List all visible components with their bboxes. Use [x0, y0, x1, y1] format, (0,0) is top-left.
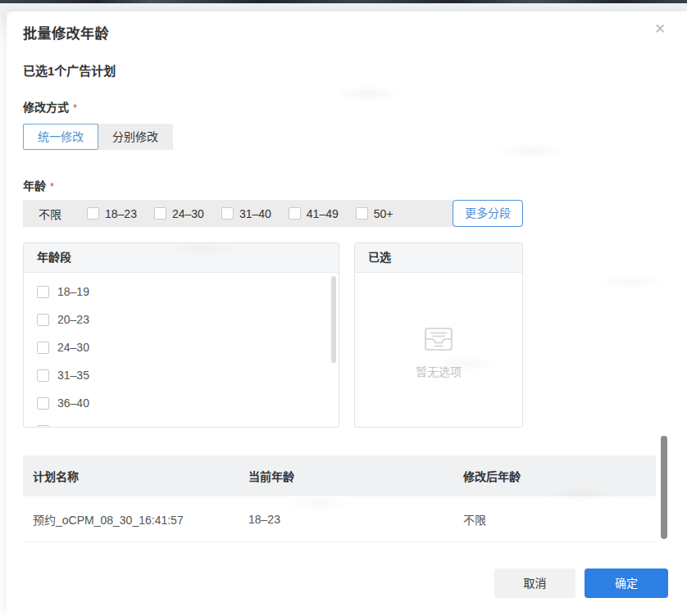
- age-option-31-40[interactable]: 31–40: [221, 207, 271, 220]
- checkbox-icon[interactable]: [37, 425, 49, 428]
- source-panel-list: 18–19 20–23 24–30 31–35 36–40 41–45: [24, 273, 339, 428]
- table-row: 预约_oCPM_08_30_16:41:57 18–23 不限: [23, 496, 656, 542]
- source-panel-header: 年龄段: [24, 243, 339, 273]
- confirm-button[interactable]: 确定: [585, 568, 668, 598]
- age-option-24-30[interactable]: 24–30: [154, 207, 204, 220]
- age-option-label: 24–30: [172, 207, 204, 220]
- source-panel-scrollbar[interactable]: [331, 276, 336, 363]
- age-option-label: 31–40: [239, 207, 271, 220]
- modify-method-segmented-control: 统一修改 分别修改: [23, 124, 173, 150]
- selected-panel-header: 已选: [355, 243, 522, 273]
- modify-method-label: 修改方式*: [23, 98, 77, 115]
- dialog-title: 批量修改年龄: [23, 22, 109, 43]
- column-header-current-age: 当前年龄: [239, 468, 453, 484]
- cell-plan-name: 预约_oCPM_08_30_16:41:57: [23, 511, 239, 528]
- background-page-gap: [0, 3, 687, 11]
- age-option-label: 18–23: [105, 207, 137, 220]
- checkbox-icon[interactable]: [221, 207, 234, 220]
- background-page-corner: [0, 11, 7, 44]
- checkbox-icon[interactable]: [356, 207, 368, 220]
- list-item-label: 20–23: [57, 313, 89, 326]
- selected-segments-panel: 已选 暂无选项: [354, 242, 523, 428]
- cell-new-age: 不限: [453, 511, 656, 528]
- empty-state: 暂无选项: [355, 273, 522, 427]
- dialog-scrollbar[interactable]: [661, 436, 667, 539]
- age-option-label: 41–49: [307, 207, 339, 220]
- batch-modify-age-dialog: 批量修改年龄 ✕ 已选1个广告计划 修改方式* 统一修改 分别修改 年龄* 不限…: [7, 11, 687, 616]
- close-icon[interactable]: ✕: [652, 21, 668, 38]
- checkbox-icon[interactable]: [37, 342, 49, 354]
- empty-inbox-icon: [419, 321, 458, 356]
- list-item-41-45[interactable]: 41–45: [24, 417, 339, 428]
- list-item-18-19[interactable]: 18–19: [24, 278, 339, 306]
- checkbox-icon[interactable]: [37, 369, 49, 382]
- age-option-18-23[interactable]: 18–23: [87, 207, 137, 220]
- cancel-button[interactable]: 取消: [494, 568, 576, 598]
- age-option-unlimited[interactable]: 不限: [39, 206, 61, 222]
- empty-state-text: 暂无选项: [416, 363, 462, 379]
- checkbox-icon[interactable]: [37, 314, 49, 326]
- age-option-50plus[interactable]: 50+: [356, 207, 405, 220]
- list-item-label: 31–35: [57, 369, 89, 382]
- checkbox-icon[interactable]: [154, 207, 166, 220]
- cell-current-age: 18–23: [239, 513, 453, 526]
- modify-method-label-text: 修改方式: [23, 101, 69, 114]
- tab-unified-modify[interactable]: 统一修改: [23, 124, 98, 150]
- checkbox-icon[interactable]: [37, 397, 49, 410]
- age-label-text: 年龄: [23, 179, 46, 192]
- age-option-41-49[interactable]: 41–49: [289, 207, 339, 220]
- plans-table: 计划名称 当前年龄 修改后年龄 预约_oCPM_08_30_16:41:57 1…: [23, 455, 656, 542]
- selected-plans-summary: 已选1个广告计划: [23, 61, 116, 79]
- checkbox-icon[interactable]: [289, 207, 301, 220]
- list-item-31-35[interactable]: 31–35: [24, 361, 339, 389]
- required-asterisk: *: [73, 102, 77, 114]
- list-item-label: 18–19: [57, 285, 89, 298]
- list-item-36-40[interactable]: 36–40: [24, 389, 339, 417]
- list-item-label: 41–45: [57, 424, 89, 428]
- checkbox-icon[interactable]: [87, 207, 99, 220]
- table-header-row: 计划名称 当前年龄 修改后年龄: [23, 455, 656, 496]
- more-segments-button[interactable]: 更多分段: [453, 200, 523, 227]
- list-item-24-30[interactable]: 24–30: [24, 333, 339, 361]
- age-quick-options-band: 不限 18–23 24–30 31–40 41–49 50+ 更多分段: [23, 200, 523, 227]
- age-segments-source-panel: 年龄段 18–19 20–23 24–30 31–35 36–40: [23, 242, 339, 428]
- required-asterisk: *: [50, 180, 54, 192]
- tab-separate-modify[interactable]: 分别修改: [98, 124, 173, 150]
- column-header-new-age: 修改后年龄: [453, 468, 656, 484]
- list-item-label: 36–40: [57, 396, 89, 410]
- checkbox-icon[interactable]: [37, 286, 49, 298]
- age-option-label: 50+: [374, 207, 405, 220]
- list-item-20-23[interactable]: 20–23: [24, 306, 339, 333]
- age-label: 年龄*: [23, 177, 54, 193]
- column-header-plan-name: 计划名称: [23, 468, 239, 484]
- list-item-label: 24–30: [57, 341, 89, 354]
